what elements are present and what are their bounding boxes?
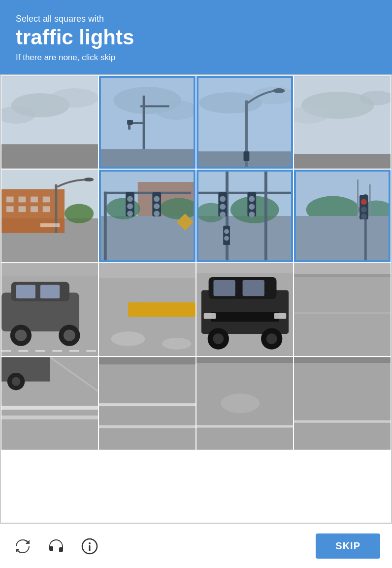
svg-point-65 [220, 196, 226, 202]
skip-button[interactable]: SKIP [316, 533, 380, 559]
svg-rect-137 [294, 421, 391, 423]
header-title: traffic lights [16, 26, 376, 49]
svg-point-53 [154, 196, 160, 202]
svg-rect-110 [274, 313, 287, 319]
svg-rect-125 [1, 416, 98, 420]
svg-rect-22 [294, 154, 391, 169]
svg-rect-79 [369, 184, 371, 216]
svg-rect-31 [31, 197, 38, 203]
header-subtitle: Select all squares with [16, 14, 376, 24]
audio-button[interactable] [45, 535, 67, 557]
grid-cell-13[interactable] [98, 356, 196, 450]
svg-rect-40 [40, 223, 60, 227]
svg-rect-58 [196, 216, 293, 262]
refresh-button[interactable] [12, 535, 33, 557]
svg-rect-108 [211, 312, 279, 322]
svg-rect-98 [138, 302, 196, 317]
svg-rect-118 [294, 277, 391, 356]
svg-point-3 [50, 88, 98, 107]
svg-rect-107 [243, 280, 264, 296]
svg-rect-133 [196, 426, 293, 428]
grid-cell-12[interactable] [1, 356, 98, 450]
grid-cell-6[interactable] [196, 169, 294, 263]
svg-rect-91 [40, 285, 60, 299]
grid-cell-0[interactable] [1, 75, 98, 169]
svg-rect-32 [43, 197, 50, 203]
svg-rect-117 [294, 274, 391, 277]
svg-rect-135 [294, 357, 391, 450]
svg-rect-33 [6, 206, 14, 212]
svg-rect-128 [99, 403, 196, 406]
svg-point-71 [249, 212, 255, 217]
grid-cell-14[interactable] [196, 356, 294, 450]
svg-point-85 [361, 213, 367, 219]
svg-point-70 [249, 204, 255, 210]
svg-rect-29 [6, 197, 14, 203]
svg-rect-116 [294, 264, 391, 276]
grid-cell-10[interactable] [196, 263, 294, 356]
svg-point-51 [127, 211, 133, 216]
grid-cell-8[interactable] [1, 263, 98, 356]
svg-rect-136 [294, 357, 391, 363]
svg-rect-12 [128, 125, 131, 130]
svg-point-84 [361, 207, 367, 213]
svg-point-50 [127, 204, 133, 210]
captcha-footer: SKIP [0, 524, 392, 568]
footer-actions [12, 535, 100, 557]
image-grid [0, 74, 392, 524]
svg-point-54 [154, 204, 160, 210]
grid-cell-1[interactable] [98, 75, 196, 169]
svg-rect-99 [128, 302, 140, 317]
svg-rect-109 [204, 313, 216, 319]
svg-point-74 [224, 236, 229, 241]
svg-rect-11 [127, 120, 133, 125]
svg-rect-34 [18, 206, 26, 212]
svg-point-38 [84, 178, 94, 181]
svg-rect-134 [196, 357, 293, 363]
grid-cell-4[interactable] [1, 169, 98, 263]
grid-cell-2[interactable] [196, 75, 294, 169]
svg-point-69 [249, 196, 255, 202]
svg-rect-46 [104, 192, 191, 194]
svg-point-112 [213, 333, 224, 344]
svg-point-132 [221, 393, 260, 413]
svg-rect-13 [140, 106, 169, 107]
grid-cell-5[interactable] [98, 169, 196, 263]
grid-cell-11[interactable] [294, 263, 391, 356]
svg-rect-20 [244, 151, 250, 161]
svg-point-73 [224, 229, 229, 234]
svg-point-139 [89, 542, 91, 544]
svg-rect-106 [213, 280, 235, 296]
header-note: If there are none, click skip [16, 53, 376, 63]
grid-cell-15[interactable] [294, 356, 391, 450]
svg-rect-62 [264, 170, 267, 262]
svg-point-100 [111, 332, 145, 347]
grid-cell-9[interactable] [98, 263, 196, 356]
svg-rect-78 [357, 179, 359, 216]
svg-rect-36 [43, 206, 50, 212]
svg-point-55 [154, 211, 160, 216]
svg-rect-87 [1, 264, 98, 276]
svg-point-114 [266, 333, 277, 344]
svg-rect-72 [223, 226, 230, 245]
captcha-header: Select all squares with traffic lights I… [0, 0, 392, 74]
svg-rect-30 [18, 197, 26, 203]
svg-point-44 [106, 198, 140, 219]
info-button[interactable] [79, 535, 100, 557]
svg-point-49 [127, 196, 133, 202]
grid-cell-7[interactable] [294, 169, 391, 263]
svg-rect-130 [99, 357, 196, 365]
svg-rect-90 [16, 285, 35, 299]
svg-point-67 [220, 212, 226, 217]
svg-point-93 [15, 330, 27, 342]
svg-rect-63 [196, 192, 293, 194]
svg-point-66 [220, 204, 226, 210]
svg-rect-103 [196, 264, 293, 274]
svg-point-83 [361, 199, 367, 205]
svg-point-95 [64, 330, 75, 342]
svg-rect-129 [99, 426, 196, 428]
grid-cell-3[interactable] [294, 75, 391, 169]
svg-rect-6 [99, 149, 196, 168]
svg-rect-124 [1, 406, 98, 410]
svg-point-101 [162, 338, 191, 350]
